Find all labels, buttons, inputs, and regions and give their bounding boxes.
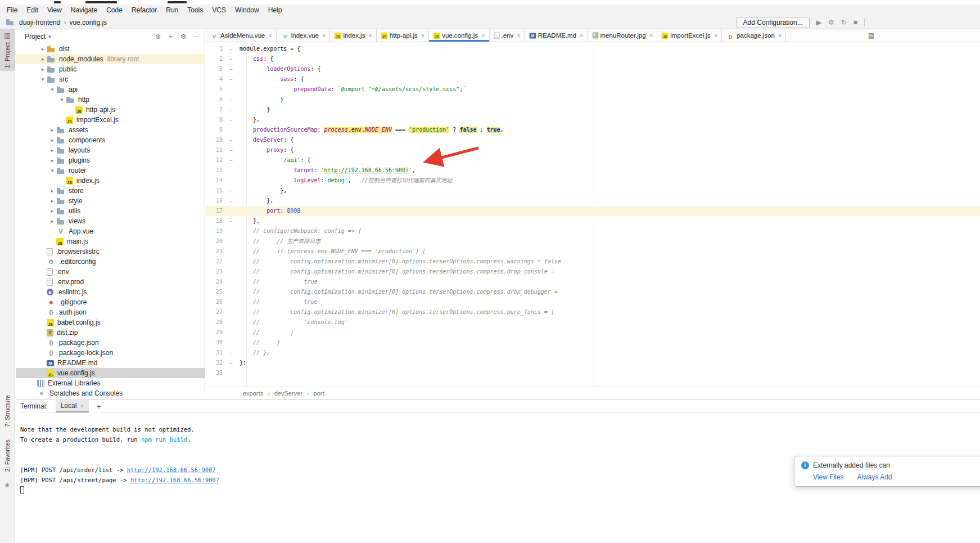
view-files-link[interactable]: View Files — [813, 473, 843, 481]
tree-item-editorconfig[interactable]: ⚙.editorconfig — [16, 257, 205, 267]
new-terminal-button[interactable]: + — [97, 402, 101, 411]
editor-tab-package-json[interactable]: {}package.json× — [722, 29, 786, 42]
close-icon[interactable]: × — [714, 32, 717, 39]
tree-item-api[interactable]: ▾api — [16, 84, 205, 95]
close-icon[interactable]: × — [268, 32, 272, 39]
chevron-right-icon[interactable]: ▸ — [39, 46, 47, 52]
chevron-right-icon[interactable]: ▸ — [39, 66, 47, 72]
tree-item-assets[interactable]: ▸assets — [16, 125, 205, 135]
close-icon[interactable]: × — [649, 32, 653, 39]
code-line-24[interactable]: 24 // true — [206, 277, 980, 287]
fold-marker-icon[interactable]: − — [223, 348, 240, 358]
close-icon[interactable]: × — [322, 32, 326, 39]
fold-marker-icon[interactable]: − — [223, 145, 240, 155]
terminal-link[interactable]: http://192.168.66.56:9007 — [127, 466, 216, 473]
tree-item-http[interactable]: ▾http — [16, 95, 205, 105]
chevron-right-icon[interactable]: ▸ — [48, 208, 56, 214]
fold-marker-icon[interactable]: − — [223, 135, 240, 145]
breadcrumb-file[interactable]: vue.config.js — [69, 19, 107, 26]
menu-window[interactable]: Window — [231, 6, 264, 15]
code-line-8[interactable]: 8− }, — [206, 115, 980, 125]
fold-marker-icon[interactable]: − — [223, 54, 240, 64]
code-line-5[interactable]: 5 prependData: `@import "~@/assets/scss/… — [206, 84, 980, 95]
code-line-25[interactable]: 25 // config.optimization.minimizer[0].o… — [206, 287, 980, 297]
tree-item-gitignore[interactable]: ◆.gitignore — [16, 297, 205, 307]
collapse-all-icon[interactable]: ÷ — [169, 33, 173, 41]
close-icon[interactable]: × — [580, 32, 583, 39]
tree-item-env[interactable]: .env — [16, 267, 205, 277]
code-line-28[interactable]: 28 // 'console.log' — [206, 317, 980, 327]
tree-item-router[interactable]: ▾router — [16, 165, 205, 176]
fold-marker-icon[interactable]: − — [223, 216, 240, 226]
code-line-21[interactable]: 21 // if (process.env.NODE_ENV === 'prod… — [206, 246, 980, 257]
editor-tab-readme-md[interactable]: MREADME.md× — [525, 29, 588, 42]
editor-tab-http-api-js[interactable]: JShttp-api.js× — [377, 29, 429, 42]
code-line-23[interactable]: 23 // config.optimization.minimizer[0].o… — [206, 267, 980, 277]
fold-marker-icon[interactable]: − — [223, 105, 240, 115]
tree-item-readme-md[interactable]: MREADME.md — [16, 358, 205, 368]
code-line-33[interactable]: 33 — [206, 368, 980, 378]
tree-item-dist-zip[interactable]: Zdist.zip — [16, 327, 205, 338]
breadcrumb-exports[interactable]: exports — [243, 390, 263, 397]
fold-marker-icon[interactable]: − — [223, 155, 240, 165]
terminal-link[interactable]: http://192.168.66.56:9007 — [130, 477, 219, 483]
always-add-link[interactable]: Always Add — [857, 473, 892, 481]
tool-window-structure-button[interactable]: 7: Structure — [0, 392, 15, 430]
locate-file-icon[interactable]: ⊕ — [155, 33, 161, 41]
chevron-right-icon[interactable]: ▸ — [48, 137, 56, 143]
menu-tools[interactable]: Tools — [183, 6, 207, 15]
editor-tab-importexcel-js[interactable]: JSimportExcel.js× — [657, 29, 722, 42]
chevron-right-icon[interactable]: ▸ — [48, 198, 56, 204]
chevron-right-icon[interactable]: ▸ — [48, 218, 56, 224]
code-line-29[interactable]: 29 // ] — [206, 327, 980, 338]
fold-marker-icon[interactable]: − — [223, 74, 240, 84]
hidden-tabs-icon[interactable]: ▤ — [868, 32, 874, 39]
tree-item-utils[interactable]: ▸utils — [16, 206, 205, 216]
tree-item-views[interactable]: ▸views — [16, 216, 205, 226]
settings-gear-icon[interactable]: ⚙ — [828, 19, 834, 26]
code-line-20[interactable]: 20 // // 生产去除日志 — [206, 236, 980, 246]
tree-item-babel-config-js[interactable]: JSbabel.config.js — [16, 317, 205, 327]
tree-item-http-api-js[interactable]: JShttp-api.js — [16, 105, 205, 115]
close-icon[interactable]: × — [80, 402, 83, 409]
close-icon[interactable]: × — [368, 32, 372, 39]
tree-item-scratches-and-consoles[interactable]: ≡Scratches and Consoles — [16, 388, 205, 398]
tree-item-importexcel-js[interactable]: JSimportExcel.js — [16, 115, 205, 125]
fold-marker-icon[interactable]: − — [223, 64, 240, 74]
chevron-right-icon[interactable]: ▸ — [48, 158, 56, 163]
code-line-22[interactable]: 22 // config.optimization.minimizer[0].o… — [206, 257, 980, 267]
fold-marker-icon[interactable]: − — [223, 44, 240, 54]
editor-tab-index-js[interactable]: JSindex.js× — [330, 29, 376, 42]
tree-item-public[interactable]: ▸public — [16, 64, 205, 74]
menu-refactor[interactable]: Refactor — [127, 6, 161, 15]
code-line-9[interactable]: 9 productionSourceMap: process.env.NODE_… — [206, 125, 980, 135]
fold-marker-icon[interactable]: − — [223, 358, 240, 368]
editor-tab-index-vue[interactable]: Vindex.vue× — [277, 29, 331, 42]
code-line-2[interactable]: 2− css: { — [206, 54, 980, 64]
code-line-10[interactable]: 10− devServer: { — [206, 135, 980, 145]
tree-item-browserslistrc[interactable]: .browserslistrc — [16, 246, 205, 257]
code-line-18[interactable]: 18− }, — [206, 216, 980, 226]
code-line-1[interactable]: 1−module.exports = { — [206, 44, 980, 54]
refresh-icon[interactable]: ↻ — [841, 19, 847, 26]
code-line-15[interactable]: 15− }, — [206, 186, 980, 196]
chevron-down-icon[interactable]: ▾ — [39, 77, 47, 82]
editor-tab-env[interactable]: .env× — [490, 29, 525, 42]
tree-item-package-json[interactable]: {}package.json — [16, 338, 205, 348]
code-line-16[interactable]: 16− }, — [206, 196, 980, 206]
tree-item-node-modules[interactable]: ▸node_moduleslibrary root — [16, 54, 205, 64]
chevron-down-icon[interactable]: ▾ — [58, 97, 66, 102]
run-icon[interactable]: ▶ — [816, 19, 821, 26]
chevron-right-icon[interactable]: ▸ — [48, 147, 56, 153]
fold-marker-icon[interactable]: − — [223, 186, 240, 196]
tree-item-package-lock-json[interactable]: {}package-lock.json — [16, 348, 205, 358]
add-configuration-button[interactable]: Add Configuration... — [737, 17, 810, 28]
editor-tab-asidemenu-vue[interactable]: VAsideMenu.vue× — [206, 29, 277, 42]
menu-view[interactable]: View — [43, 6, 66, 15]
fold-marker-icon[interactable]: − — [223, 95, 240, 105]
terminal-tab-local[interactable]: Local × — [56, 400, 89, 412]
project-panel-title[interactable]: Project — [25, 33, 46, 41]
tree-item-vue-config-js[interactable]: JSvue.config.js — [16, 368, 205, 378]
tree-item-app-vue[interactable]: VApp.vue — [16, 226, 205, 236]
editor-tab-vue-config-js[interactable]: JSvue.config.js× — [429, 29, 489, 42]
